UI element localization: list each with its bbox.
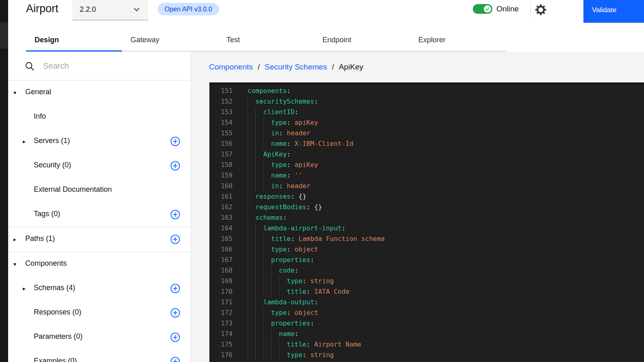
content-area: ▾GeneralInfo▸Servers (1)Security (0)Exte… [8, 52, 644, 362]
yaml-source-editor[interactable]: 151components:152securitySchemes:153clie… [209, 82, 644, 362]
code-line: 165title: Lambda Function schema [209, 234, 644, 244]
add-button[interactable] [170, 357, 180, 362]
line-number: 171 [209, 297, 233, 308]
add-button[interactable] [170, 210, 180, 219]
app-nav-rail[interactable] [0, 0, 8, 362]
line-number: 157 [209, 149, 233, 160]
chevron-collapsed-icon[interactable]: ▸ [23, 285, 26, 292]
settings-button[interactable] [534, 3, 548, 17]
sidebar-item-parameters[interactable]: Parameters (0) [8, 325, 191, 349]
search-input[interactable] [42, 59, 176, 73]
sidebar-item-external-documentation[interactable]: External Documentation [8, 178, 191, 202]
code-line: 157ApiKey: [209, 149, 644, 160]
search-icon [24, 61, 35, 72]
add-button[interactable] [170, 137, 180, 146]
design-sidebar: ▾GeneralInfo▸Servers (1)Security (0)Exte… [8, 52, 191, 362]
code-text: schemas: [248, 212, 287, 223]
sidebar-tree: ▾GeneralInfo▸Servers (1)Security (0)Exte… [8, 80, 191, 362]
validate-button[interactable]: Validate [583, 0, 644, 23]
code-line: 171lambda-output: [209, 297, 644, 308]
code-line: 155in: header [209, 128, 644, 139]
header: Airport 2.2.0 Open API v3.0.0 Online [8, 0, 644, 28]
code-line: 175title: Airport Name [209, 339, 644, 350]
line-number: 168 [209, 265, 233, 276]
api-title: Airport [26, 2, 59, 15]
add-button[interactable] [170, 161, 180, 171]
chevron-expanded-icon[interactable]: ▾ [13, 89, 16, 96]
sidebar-item-label: Schemas (4) [34, 284, 75, 292]
sidebar-item-tags[interactable]: Tags (0) [8, 202, 191, 227]
line-number: 172 [209, 308, 233, 318]
tab-test[interactable]: Test [218, 28, 314, 52]
online-toggle[interactable] [473, 4, 492, 14]
line-number: 162 [209, 202, 233, 212]
code-line: 167properties: [209, 255, 644, 265]
sidebar-item-servers[interactable]: ▸Servers (1) [8, 129, 191, 154]
code-line: 169type: string [209, 276, 644, 286]
chevron-expanded-icon[interactable]: ▾ [13, 260, 16, 268]
chevron-collapsed-icon[interactable]: ▸ [13, 236, 16, 243]
sidebar-item-label: Components [25, 259, 67, 268]
sidebar-item-label: Parameters (0) [34, 332, 83, 341]
code-text: clientID: [248, 107, 298, 117]
line-number: 167 [209, 255, 233, 265]
code-text: properties: [248, 318, 314, 329]
breadcrumb-separator: / [332, 63, 334, 71]
breadcrumb-link-security-schemes[interactable]: Security Schemes [265, 63, 327, 71]
toggle-knob [484, 5, 491, 13]
add-circle-icon [170, 137, 180, 146]
code-text: components: [248, 86, 291, 96]
add-circle-icon [170, 161, 180, 171]
tab-explorer[interactable]: Explorer [410, 28, 506, 52]
sidebar-item-security[interactable]: Security (0) [8, 154, 191, 178]
sidebar-item-schemas[interactable]: ▸Schemas (4) [8, 276, 191, 301]
code-line: 176type: string [209, 350, 644, 360]
code-line: 153clientID: [209, 107, 644, 117]
line-number: 153 [209, 107, 233, 117]
rail-active-item [0, 22, 8, 49]
sidebar-search [8, 52, 191, 80]
sidebar-item-responses[interactable]: Responses (0) [8, 301, 191, 325]
code-text: name: [248, 329, 298, 339]
code-text: title: Lambda Function schema [248, 234, 385, 244]
online-status-label: Online [496, 4, 519, 13]
header-divider [530, 3, 531, 18]
line-number: 152 [209, 96, 233, 107]
sidebar-item-info[interactable]: Info [8, 105, 191, 129]
sidebar-item-paths[interactable]: ▸Paths (1) [8, 227, 191, 251]
sidebar-item-label: Security (0) [34, 161, 71, 169]
chevron-collapsed-icon[interactable]: ▸ [23, 138, 26, 145]
version-select[interactable]: 2.2.0 [72, 0, 148, 20]
code-line: 164lambda-airport-input: [209, 223, 644, 234]
add-circle-icon [170, 284, 180, 293]
sidebar-item-examples[interactable]: Examples (0) [8, 349, 191, 362]
code-line: 154type: apiKey [209, 117, 644, 128]
breadcrumb-current: ApiKey [339, 63, 363, 71]
sidebar-item-components[interactable]: ▾Components [8, 252, 191, 276]
tab-design[interactable]: Design [26, 28, 122, 52]
add-button[interactable] [170, 234, 180, 244]
add-button[interactable] [170, 284, 180, 293]
code-line: 170title: IATA Code [209, 286, 644, 297]
add-button[interactable] [170, 308, 180, 318]
line-number: 170 [209, 286, 233, 297]
add-button[interactable] [170, 332, 180, 342]
add-circle-icon [170, 357, 180, 362]
tab-endpoint[interactable]: Endpoint [314, 28, 410, 52]
chevron-down-icon [134, 8, 139, 11]
tab-gateway[interactable]: Gateway [122, 28, 218, 52]
line-number: 176 [209, 350, 233, 360]
line-number: 169 [209, 276, 233, 286]
gear-icon [535, 4, 547, 16]
code-text: lambda-output: [248, 297, 318, 308]
code-text: securitySchemes: [248, 96, 318, 107]
sidebar-item-label: Responses (0) [34, 308, 81, 316]
code-text: requestBodies: {} [248, 202, 322, 212]
line-number: 158 [209, 160, 233, 170]
code-line: 162requestBodies: {} [209, 202, 644, 212]
sidebar-item-general[interactable]: ▾General [8, 80, 191, 105]
line-number: 161 [209, 191, 233, 202]
line-number: 154 [209, 117, 233, 128]
code-line: 161responses: {} [209, 191, 644, 202]
breadcrumb-link-components[interactable]: Components [209, 63, 253, 71]
